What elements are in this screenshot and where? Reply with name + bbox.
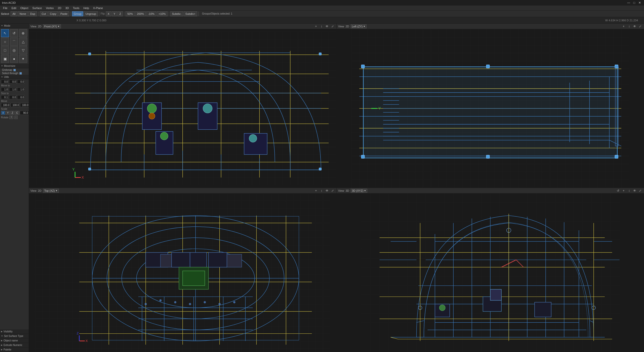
visibility-panel-header[interactable]: Visibility: [0, 329, 29, 334]
pct50-btn[interactable]: 50%: [126, 11, 135, 16]
move2-z-input[interactable]: [17, 95, 25, 99]
rotate-plus-btn[interactable]: +: [9, 116, 13, 119]
menu-item-surface[interactable]: Surface: [30, 6, 44, 11]
vp-front-select[interactable]: Front (XY) ▼: [43, 24, 61, 28]
select-mode-btn[interactable]: ↖: [1, 29, 9, 37]
utils-section-header[interactable]: Utils: [0, 75, 29, 79]
vp-front-updown-btn[interactable]: ↕: [319, 24, 324, 29]
selectthrough-checkbox[interactable]: [19, 72, 22, 75]
rotate-angle-input[interactable]: [20, 111, 29, 115]
vp-top-updown-btn[interactable]: ↕: [319, 188, 324, 193]
movesize-section-header[interactable]: Move/size: [0, 64, 29, 68]
rotate-x-btn[interactable]: X: [1, 111, 5, 115]
scale-x-input[interactable]: [1, 103, 10, 107]
rotate-mode-btn[interactable]: ↺: [10, 29, 18, 37]
vp-left-select[interactable]: Left (ZY) ▼: [351, 24, 367, 28]
scale-z-input[interactable]: [20, 103, 29, 107]
close-btn[interactable]: ✕: [637, 1, 642, 5]
menu-item-help[interactable]: Help: [81, 6, 91, 11]
vp-3d-refresh-btn[interactable]: ↺: [616, 188, 620, 193]
rotate-c-btn[interactable]: C: [15, 111, 19, 115]
vp-3d-plus-btn[interactable]: +: [621, 188, 626, 193]
rect-tool-btn[interactable]: □: [1, 46, 9, 54]
vertex-mode-btn[interactable]: ⊕: [19, 29, 27, 37]
none-btn[interactable]: None: [18, 11, 28, 16]
poly-tool-btn[interactable]: △: [19, 38, 27, 46]
light-tool-btn[interactable]: ✦: [19, 55, 27, 63]
svg-point-28: [147, 104, 156, 113]
paste-btn[interactable]: Paste: [59, 11, 69, 16]
menu-item-object[interactable]: Object: [18, 6, 30, 11]
vp-3d-dim-label: 3D: [346, 189, 349, 192]
set-surface-type-header[interactable]: Set Surface Type: [0, 334, 29, 338]
vp-left-maximize-btn[interactable]: ⤢: [638, 24, 642, 29]
menu-item-vertex[interactable]: Vertex: [44, 6, 56, 11]
move-y-input[interactable]: [9, 80, 17, 84]
sep2: [70, 12, 71, 16]
vp-3d-updown-btn[interactable]: ↕: [627, 188, 631, 193]
pct200-btn[interactable]: 200%: [135, 11, 146, 16]
vp-front-maximize-btn[interactable]: ⤢: [330, 24, 335, 29]
menu-item-x-plane[interactable]: X-Plane: [91, 6, 105, 11]
menu-item-edit[interactable]: Edit: [10, 6, 18, 11]
svg-rect-56: [361, 65, 365, 68]
move2-x-input[interactable]: [1, 95, 9, 99]
menu-item-file[interactable]: File: [1, 6, 10, 11]
subdivminus-btn[interactable]: Subdiv-: [170, 11, 183, 16]
mode-section-header[interactable]: Mode: [0, 24, 29, 28]
cone-tool-btn[interactable]: ▽: [19, 46, 27, 54]
viewport-front-canvas[interactable]: X Y: [29, 29, 336, 188]
vp-left-eye-btn[interactable]: 👁: [632, 24, 637, 29]
dup-btn[interactable]: Dup: [28, 11, 37, 16]
extrude-numeric-header[interactable]: Extrude Numeric: [0, 343, 29, 347]
all-btn[interactable]: All: [11, 11, 17, 16]
arc-tool-btn[interactable]: ⌒: [10, 38, 18, 46]
minimize-btn[interactable]: —: [626, 1, 631, 5]
vp-top-maximize-btn[interactable]: ⤢: [330, 188, 335, 193]
extrude-tool-btn[interactable]: ▣: [1, 55, 9, 63]
maximize-btn[interactable]: □: [632, 1, 636, 5]
palette-header[interactable]: Palette: [0, 347, 29, 352]
ungroup-btn[interactable]: Ungroup: [84, 11, 98, 16]
rotate-z-btn[interactable]: Z: [10, 111, 14, 115]
sphere-tool-btn[interactable]: ◎: [10, 46, 18, 54]
size-y-input[interactable]: [9, 87, 17, 91]
vp-top-select[interactable]: Top (XZ) ▼: [43, 189, 59, 193]
copy-btn[interactable]: Copy: [48, 11, 58, 16]
vp-left-plus-btn[interactable]: +: [621, 24, 626, 29]
move-x-input[interactable]: [1, 80, 9, 84]
rotate-minus-btn[interactable]: -: [14, 116, 18, 119]
menu-item-3d[interactable]: 3D: [63, 6, 71, 11]
vp-left-updown-btn[interactable]: ↕: [627, 24, 631, 29]
subdivplus-btn[interactable]: Subdiv+: [184, 11, 197, 16]
move-z-input[interactable]: [17, 80, 25, 84]
vp-front-eye-btn[interactable]: 👁: [325, 24, 329, 29]
object-name-header[interactable]: Object name: [0, 338, 29, 343]
vp-3d-select[interactable]: 3D (XYZ) ▼: [351, 189, 368, 193]
vp-top-plus-btn[interactable]: +: [314, 188, 318, 193]
group-btn[interactable]: Group: [72, 11, 83, 16]
rotate-y-btn[interactable]: Y: [6, 111, 10, 115]
sphere2-tool-btn[interactable]: ●: [10, 55, 18, 63]
vp-front-plus-btn[interactable]: +: [314, 24, 318, 29]
vp-3d-eye-btn[interactable]: 👁: [632, 188, 637, 193]
menu-item-2d[interactable]: 2D: [56, 6, 63, 11]
vp-3d-maximize-btn[interactable]: ⤢: [638, 188, 642, 193]
flip-y-btn[interactable]: Y: [112, 11, 117, 16]
flip-x-btn[interactable]: X: [106, 11, 111, 16]
viewport-3d-canvas[interactable]: [337, 193, 644, 352]
pctminus-btn[interactable]: -10%: [146, 11, 156, 16]
vp-top-eye-btn[interactable]: 👁: [325, 188, 329, 193]
pctplus-btn[interactable]: +10%: [157, 11, 167, 16]
circle-tool-btn[interactable]: ○: [1, 38, 9, 46]
move2-y-input[interactable]: [9, 95, 17, 99]
size-x-input[interactable]: [1, 87, 9, 91]
viewport-left-canvas[interactable]: Y: [337, 29, 644, 188]
flip-z-btn[interactable]: Z: [117, 11, 123, 16]
size-z-input[interactable]: [17, 87, 25, 91]
cut-btn[interactable]: Cut: [40, 11, 48, 16]
scale-y-input[interactable]: [11, 103, 20, 107]
viewport-top-canvas[interactable]: X Z: [29, 193, 336, 352]
gridsnap-checkbox[interactable]: [13, 69, 16, 71]
menu-item-tools[interactable]: Tools: [71, 6, 82, 11]
